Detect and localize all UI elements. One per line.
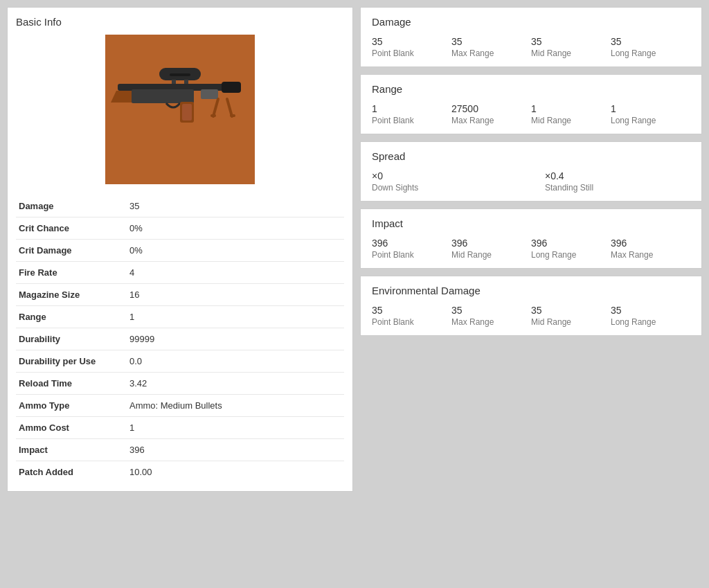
stat-label: Crit Damage — [16, 240, 127, 262]
weapon-image — [105, 35, 255, 184]
table-row: Durability 99999 — [16, 328, 344, 350]
stat-label: Standing Still — [545, 183, 690, 193]
svg-rect-7 — [132, 89, 194, 103]
stat-value: 35 — [531, 305, 611, 316]
stat-label: Mid Range — [531, 48, 611, 58]
stat-value: 0% — [127, 217, 344, 240]
svg-line-11 — [213, 99, 218, 116]
stat-value: 35 — [611, 36, 690, 47]
stat-label: Patch Added — [16, 461, 127, 483]
stat-value: 1 — [127, 306, 344, 328]
stat-cell: 1 Long Range — [611, 103, 690, 125]
stat-cell: 35 Long Range — [611, 36, 690, 58]
table-row: Crit Chance 0% — [16, 217, 344, 240]
stat-label: Range — [16, 306, 127, 328]
stat-label: Damage — [16, 195, 127, 217]
range-grid: 1 Point Blank 27500 Max Range 1 Mid Rang… — [372, 103, 690, 125]
environmental-damage-grid: 35 Point Blank 35 Max Range 35 Mid Range… — [372, 305, 690, 327]
stat-cell: 35 Point Blank — [372, 36, 451, 58]
stat-label: Point Blank — [372, 116, 451, 125]
svg-rect-1 — [170, 73, 190, 76]
stat-value: 35 — [611, 305, 690, 316]
stat-label: Max Range — [451, 317, 531, 327]
stat-value: 1 — [372, 103, 451, 114]
environmental-damage-card: Environmental Damage 35 Point Blank 35 M… — [360, 276, 702, 336]
stat-cell: 35 Mid Range — [531, 305, 611, 327]
table-row: Reload Time 3.42 — [16, 373, 344, 395]
stat-label: Point Blank — [372, 317, 451, 327]
table-row: Ammo Type Ammo: Medium Bullets — [16, 395, 344, 417]
stat-cell: 1 Mid Range — [531, 103, 611, 125]
stat-cell: 396 Point Blank — [372, 238, 451, 260]
stat-value: 99999 — [127, 328, 344, 350]
stat-cell: 35 Long Range — [611, 305, 690, 327]
stats-table: Damage 35 Crit Chance 0% Crit Damage 0% … — [16, 195, 344, 483]
damage-title: Damage — [372, 16, 690, 28]
stat-label: Max Range — [451, 116, 531, 125]
damage-grid: 35 Point Blank 35 Max Range 35 Mid Range… — [372, 36, 690, 58]
stat-cell: ×0.4 Standing Still — [545, 170, 690, 193]
range-card: Range 1 Point Blank 27500 Max Range 1 Mi… — [360, 74, 702, 134]
stat-cell: ×0 Down Sights — [372, 170, 517, 193]
stat-label: Fire Rate — [16, 262, 127, 284]
table-row: Patch Added 10.00 — [16, 461, 344, 483]
svg-rect-9 — [182, 104, 192, 121]
stat-label: Ammo Type — [16, 395, 127, 417]
svg-rect-10 — [201, 89, 218, 99]
impact-card: Impact 396 Point Blank 396 Mid Range 396… — [360, 208, 702, 269]
svg-rect-5 — [222, 82, 241, 93]
stat-label: Long Range — [611, 317, 690, 327]
stat-label: Long Range — [531, 250, 611, 260]
stat-value: 35 — [451, 305, 531, 316]
stat-label: Point Blank — [372, 250, 451, 260]
range-title: Range — [372, 83, 690, 95]
stat-value: 10.00 — [127, 461, 344, 483]
stat-cell: 396 Mid Range — [451, 238, 531, 260]
right-panel: Damage 35 Point Blank 35 Max Range 35 Mi… — [360, 7, 702, 492]
stat-value: 396 — [611, 238, 690, 249]
svg-line-12 — [227, 99, 232, 116]
table-row: Impact 396 — [16, 439, 344, 461]
table-row: Durability per Use 0.0 — [16, 350, 344, 373]
table-row: Range 1 — [16, 306, 344, 328]
stat-value: 4 — [127, 262, 344, 284]
stat-label: Down Sights — [372, 183, 517, 193]
spread-card: Spread ×0 Down Sights ×0.4 Standing Stil… — [360, 141, 702, 202]
basic-info-panel: Basic Info — [7, 7, 353, 492]
stat-label: Long Range — [611, 116, 690, 125]
stat-value: 27500 — [451, 103, 531, 114]
stat-value: 35 — [451, 36, 531, 47]
stat-cell: 396 Long Range — [531, 238, 611, 260]
stat-label: Durability — [16, 328, 127, 350]
stat-value: 35 — [372, 36, 451, 47]
stat-value: ×0.4 — [545, 170, 690, 181]
table-row: Crit Damage 0% — [16, 240, 344, 262]
table-row: Ammo Cost 1 — [16, 417, 344, 439]
stat-value: ×0 — [372, 170, 517, 181]
spread-grid: ×0 Down Sights ×0.4 Standing Still — [372, 170, 690, 193]
stat-cell: 35 Point Blank — [372, 305, 451, 327]
stat-value: 1 — [531, 103, 611, 114]
stat-value: 0.0 — [127, 350, 344, 373]
stat-label: Reload Time — [16, 373, 127, 395]
stat-label: Long Range — [611, 48, 690, 58]
stat-label: Mid Range — [531, 317, 611, 327]
stat-value: 35 — [372, 305, 451, 316]
stat-label: Max Range — [611, 250, 690, 260]
stat-value: 35 — [531, 36, 611, 47]
basic-info-title: Basic Info — [16, 16, 344, 28]
spread-title: Spread — [372, 150, 690, 162]
stat-value: 396 — [531, 238, 611, 249]
stat-label: Magazine Size — [16, 284, 127, 306]
stat-cell: 35 Max Range — [451, 305, 531, 327]
environmental-damage-title: Environmental Damage — [372, 285, 690, 296]
stat-cell: 35 Max Range — [451, 36, 531, 58]
stat-value: 396 — [127, 439, 344, 461]
damage-card: Damage 35 Point Blank 35 Max Range 35 Mi… — [360, 7, 702, 67]
stat-value: 35 — [127, 195, 344, 217]
table-row: Fire Rate 4 — [16, 262, 344, 284]
stat-label: Impact — [16, 439, 127, 461]
impact-title: Impact — [372, 217, 690, 229]
stat-label: Mid Range — [451, 250, 531, 260]
weapon-icon — [111, 54, 249, 165]
